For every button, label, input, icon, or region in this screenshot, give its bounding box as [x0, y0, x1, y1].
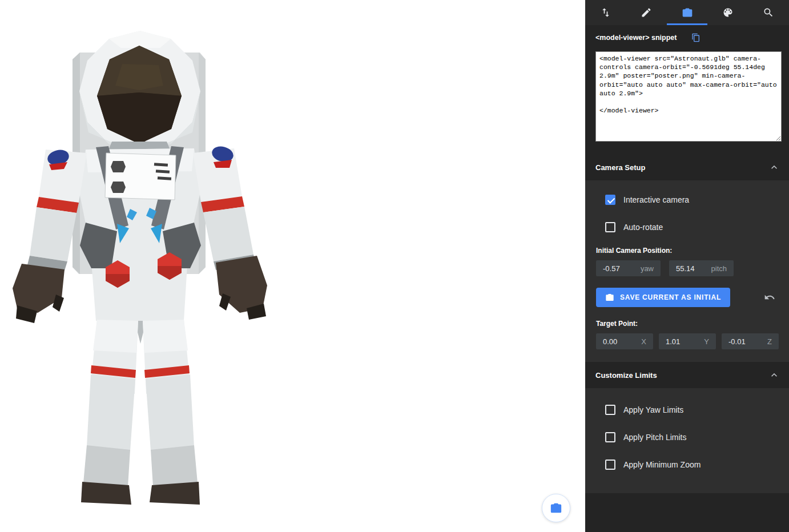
revert-camera-button[interactable]: [764, 292, 775, 303]
save-current-as-initial-button[interactable]: SAVE CURRENT AS INITIAL: [596, 288, 730, 307]
astronaut-legs: [81, 320, 200, 505]
capture-camera-button[interactable]: [542, 494, 570, 522]
target-x-value: 0.00: [603, 337, 617, 346]
snippet-code-textarea[interactable]: [595, 51, 782, 142]
apply-yaw-limits-checkbox[interactable]: [605, 405, 615, 415]
editor-toolbar: [585, 0, 789, 25]
copy-snippet-button[interactable]: [691, 33, 701, 42]
target-z-input[interactable]: -0.01 Z: [722, 333, 779, 349]
chevron-up-icon: [768, 369, 780, 381]
camera-setup-title: Camera Setup: [595, 163, 645, 172]
target-y-input[interactable]: 1.01 Y: [659, 333, 716, 349]
apply-pitch-limits-row[interactable]: Apply Pitch Limits: [596, 424, 780, 451]
chevron-up-icon: [768, 162, 780, 173]
camera-setup-body: Interactive camera Auto-rotate Initial C…: [585, 180, 789, 362]
apply-yaw-limits-label: Apply Yaw Limits: [623, 405, 683, 414]
pitch-unit: pitch: [711, 264, 727, 273]
apply-pitch-limits-checkbox[interactable]: [605, 432, 615, 442]
copy-icon: [691, 33, 701, 42]
target-z-value: -0.01: [728, 337, 746, 346]
customize-limits-body: Apply Yaw Limits Apply Pitch Limits Appl…: [585, 388, 789, 493]
search-icon: [763, 7, 774, 18]
save-button-label: SAVE CURRENT AS INITIAL: [620, 293, 721, 301]
tab-camera[interactable]: [667, 0, 707, 25]
apply-pitch-limits-label: Apply Pitch Limits: [623, 433, 686, 442]
target-point-label: Target Point:: [596, 320, 780, 328]
camera-icon: [682, 7, 693, 18]
yaw-unit: yaw: [641, 264, 654, 273]
camera-icon: [550, 502, 562, 514]
astronaut-visor: [97, 46, 182, 144]
tab-import-export[interactable]: [585, 0, 626, 25]
target-z-unit: Z: [767, 337, 772, 346]
palette-icon: [722, 7, 734, 18]
interactive-camera-row[interactable]: Interactive camera: [596, 186, 780, 213]
auto-rotate-checkbox[interactable]: [605, 222, 615, 232]
auto-rotate-row[interactable]: Auto-rotate: [596, 213, 780, 241]
yaw-input[interactable]: -0.57 yaw: [596, 260, 661, 276]
apply-minimum-zoom-checkbox[interactable]: [605, 460, 615, 470]
initial-camera-position-label: Initial Camera Position:: [596, 247, 780, 255]
camera-icon: [605, 293, 614, 302]
tab-inspector[interactable]: [748, 0, 789, 25]
target-x-input[interactable]: 0.00 X: [596, 333, 653, 349]
astronaut-model[interactable]: [0, 0, 297, 532]
panel-footer: [585, 493, 789, 532]
import-export-icon: [600, 7, 611, 18]
auto-rotate-label: Auto-rotate: [623, 223, 663, 232]
camera-setup-header: Camera Setup: [585, 154, 789, 180]
astronaut-torso: [79, 146, 201, 344]
interactive-camera-checkbox[interactable]: [605, 195, 615, 205]
apply-minimum-zoom-label: Apply Minimum Zoom: [623, 460, 701, 469]
target-y-value: 1.01: [666, 337, 680, 346]
customize-limits-title: Customize Limits: [595, 371, 657, 380]
collapse-customize-limits-button[interactable]: [768, 369, 780, 381]
pitch-value: 55.14: [676, 264, 695, 273]
customize-limits-header: Customize Limits: [585, 362, 789, 388]
interactive-camera-label: Interactive camera: [623, 195, 689, 204]
tab-materials[interactable]: [707, 0, 748, 25]
app-window: <model-viewer> snippet Camera Setup In: [0, 0, 789, 532]
yaw-value: -0.57: [603, 264, 620, 273]
pitch-input[interactable]: 55.14 pitch: [669, 260, 734, 276]
apply-minimum-zoom-row[interactable]: Apply Minimum Zoom: [596, 451, 780, 478]
snippet-title: <model-viewer> snippet: [595, 34, 677, 42]
apply-yaw-limits-row[interactable]: Apply Yaw Limits: [596, 396, 780, 424]
pencil-icon: [641, 7, 652, 18]
target-x-unit: X: [641, 337, 646, 346]
tab-edit[interactable]: [626, 0, 666, 25]
model-viewer-canvas[interactable]: [0, 0, 585, 532]
snippet-section: <model-viewer> snippet: [585, 25, 789, 154]
undo-icon: [764, 292, 775, 303]
collapse-camera-setup-button[interactable]: [768, 162, 780, 173]
editor-panel: <model-viewer> snippet Camera Setup In: [585, 0, 789, 532]
target-y-unit: Y: [704, 337, 709, 346]
